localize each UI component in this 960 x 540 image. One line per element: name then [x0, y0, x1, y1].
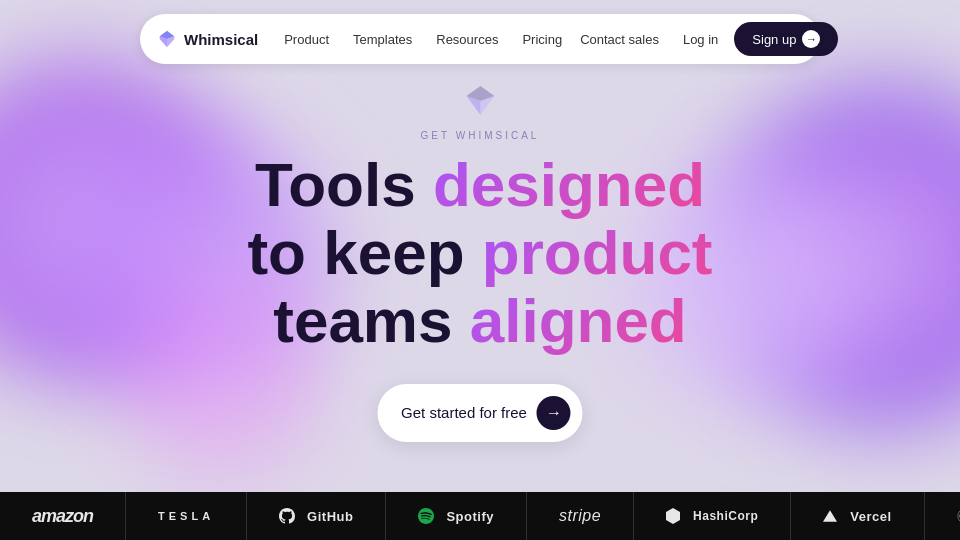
ticker-spotify: Spotify	[386, 492, 527, 540]
ticker-rippling: RIPPLING	[925, 492, 960, 540]
ticker-stripe: stripe	[527, 492, 634, 540]
nav-logo-text: Whimsical	[184, 31, 258, 48]
nav-templates[interactable]: Templates	[343, 26, 422, 53]
ticker-github: GitHub	[247, 492, 386, 540]
nav-pricing[interactable]: Pricing	[512, 26, 572, 53]
hero-heading: Tools designed to keep product teams ali…	[247, 151, 712, 356]
svg-marker-1	[823, 510, 837, 522]
heading-teams: teams	[273, 286, 469, 355]
heading-designed: designed	[433, 150, 705, 219]
hero-cta-arrow-icon: →	[537, 396, 571, 430]
hero-cta-button[interactable]: Get started for free →	[377, 384, 583, 442]
heading-aligned: aligned	[470, 286, 687, 355]
nav-product[interactable]: Product	[274, 26, 339, 53]
hero-eyebrow: GET WHIMSICAL	[247, 84, 712, 141]
signup-arrow-icon	[802, 30, 820, 48]
ticker-inner: amazon TESLA GitHub Spotify stripe Hashi…	[0, 492, 960, 540]
heading-product: product	[482, 218, 713, 287]
nav-signup-button[interactable]: Sign up	[734, 22, 838, 56]
nav-resources[interactable]: Resources	[426, 26, 508, 53]
nav-right: Contact sales Log in Sign up	[572, 22, 838, 56]
hero-cta-label: Get started for free	[401, 404, 527, 421]
navbar: Whimsical Product Templates Resources Pr…	[140, 14, 820, 64]
nav-logo[interactable]: Whimsical	[156, 28, 258, 50]
nav-contact-sales[interactable]: Contact sales	[572, 26, 667, 53]
hero-logo-icon	[460, 84, 500, 124]
ticker-amazon: amazon	[0, 492, 126, 540]
ticker-vercel: Vercel	[791, 492, 924, 540]
hero-content: GET WHIMSICAL Tools designed to keep pro…	[247, 84, 712, 442]
ticker-bar: amazon TESLA GitHub Spotify stripe Hashi…	[0, 492, 960, 540]
heading-to-keep: to keep	[247, 218, 481, 287]
hero-eyebrow-text: GET WHIMSICAL	[421, 130, 540, 141]
nav-links: Product Templates Resources Pricing	[274, 26, 572, 53]
svg-marker-0	[666, 508, 680, 524]
ticker-hashicorp: HashiCorp	[634, 492, 791, 540]
ticker-tesla: TESLA	[126, 492, 247, 540]
heading-tools: Tools	[255, 150, 433, 219]
nav-login[interactable]: Log in	[675, 26, 726, 53]
whimsical-logo-icon	[156, 28, 178, 50]
